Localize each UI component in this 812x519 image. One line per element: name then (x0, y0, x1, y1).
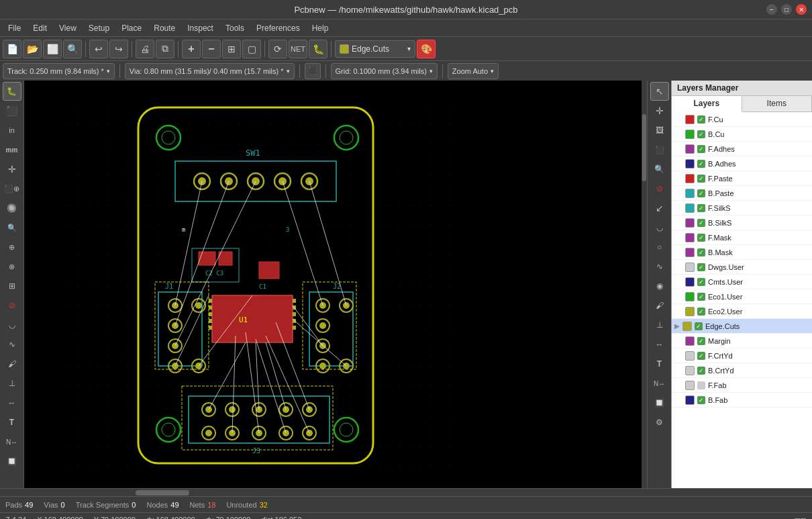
select2-button[interactable]: ⊕ (3, 238, 21, 256)
layer-visibility-check[interactable]: ✓ (697, 145, 705, 153)
layer-item[interactable]: ✓F.Paste (672, 171, 812, 186)
component-button[interactable]: ⬜ (43, 40, 62, 58)
layer-item[interactable]: ✓Cmts.User (672, 275, 812, 289)
layer-visibility-check[interactable]: ✓ (697, 293, 705, 301)
paint-right-button[interactable]: 🖌 (650, 296, 669, 315)
layer-visibility-check[interactable]: ✓ (697, 160, 705, 168)
layer-item[interactable]: ✓B.SilkS (672, 216, 812, 230)
text-btn[interactable]: T (3, 413, 21, 432)
layer-visibility-check[interactable] (697, 381, 705, 389)
layer-visibility-check[interactable]: ✓ (697, 278, 705, 286)
mm-button[interactable]: mm (3, 140, 21, 159)
menu-file[interactable]: File (3, 22, 26, 34)
paint-btn[interactable]: 🖌 (3, 355, 21, 373)
layer-visibility-check[interactable]: ✓ (695, 322, 703, 330)
horizontal-scroll-thumb[interactable] (136, 490, 189, 496)
menu-tools[interactable]: Tools (220, 22, 250, 34)
no-entry-btn[interactable]: ⊘ (3, 296, 21, 315)
tab-layers[interactable]: Layers (672, 96, 742, 112)
bug-side-button[interactable]: 🐛 (3, 82, 21, 101)
vertical-scroll-thumb[interactable] (642, 114, 646, 181)
layer-item[interactable]: ✓Dwgs.User (672, 260, 812, 275)
add-footprint-button[interactable]: ⬛ (3, 101, 21, 120)
layer-visibility-check[interactable]: ✓ (697, 367, 705, 375)
vertical-scrollbar[interactable] (642, 81, 647, 488)
zoom-circle-button[interactable]: 🔘 (3, 199, 21, 218)
layer-item[interactable]: ✓B.Mask (672, 245, 812, 260)
eye-button[interactable]: ◉ (650, 277, 669, 295)
track-dropdown[interactable]: Track: 0.250 mm (9.84 mils) * ▾ (3, 63, 115, 79)
layer-item[interactable]: ✓B.Adhes (672, 156, 812, 171)
zoom-out-button[interactable]: − (202, 40, 221, 58)
layer-item[interactable]: ✓F.SilkS (672, 201, 812, 216)
ref-btn[interactable]: N↔ (3, 432, 21, 451)
new-button[interactable]: 📄 (3, 40, 21, 58)
arc-right-button[interactable]: ◡ (650, 218, 669, 237)
ref-right-button[interactable]: N↔ (650, 374, 669, 393)
horizontal-scrollbar[interactable] (0, 488, 812, 496)
layer-item[interactable]: ✓F.Cu (672, 112, 812, 127)
tab-items[interactable]: Items (742, 96, 813, 111)
select3-button[interactable]: ⊗ (3, 257, 21, 276)
gear-button[interactable]: ⚙ (650, 413, 669, 432)
layer-item[interactable]: ▶✓Edge.Cuts (672, 319, 812, 334)
layer-visibility-check[interactable]: ✓ (697, 175, 705, 183)
layer-item[interactable]: F.Fab (672, 378, 812, 393)
route-button[interactable]: ↙ (650, 199, 669, 218)
layer-item[interactable]: ✓F.CrtYd (672, 348, 812, 363)
via-dropdown[interactable]: Via: 0.80 mm (31.5 mils)/ 0.40 mm (15.7 … (125, 63, 295, 79)
redo-button[interactable]: ↪ (109, 40, 128, 58)
zoom-in-button[interactable]: + (182, 40, 201, 58)
menu-preferences[interactable]: Preferences (251, 22, 305, 34)
menu-view[interactable]: View (54, 22, 82, 34)
no-entry-button[interactable]: ⊘ (650, 179, 669, 198)
layer-visibility-check[interactable]: ✓ (697, 308, 705, 316)
layer-visibility-check[interactable]: ✓ (697, 130, 705, 138)
zoom-select-button[interactable]: 🔍 (650, 160, 669, 179)
minimize-button[interactable]: − (766, 4, 777, 15)
layer-item[interactable]: ✓F.Mask (672, 230, 812, 245)
print-button[interactable]: 🖨 (136, 40, 154, 58)
bug-button[interactable]: 🐛 (309, 40, 327, 58)
zoom-area-button[interactable]: ▢ (242, 40, 261, 58)
menu-inspect[interactable]: Inspect (182, 22, 219, 34)
weld-btn[interactable]: ⊥ (3, 374, 21, 393)
menu-edit[interactable]: Edit (28, 22, 52, 34)
menu-help[interactable]: Help (307, 22, 334, 34)
zoom-dropdown[interactable]: Zoom Auto ▾ (448, 63, 499, 79)
menu-setup[interactable]: Setup (83, 22, 115, 34)
layer-right-button[interactable]: 🔲 (650, 393, 669, 412)
layer-item[interactable]: ✓B.Cu (672, 127, 812, 142)
component-add-button[interactable]: ⬛⊕ (3, 179, 21, 198)
image-button[interactable]: 🖼 (650, 121, 669, 140)
layer-item[interactable]: ✓B.Paste (672, 186, 812, 201)
layers-btn[interactable]: 🔲 (3, 452, 21, 471)
wave-button[interactable]: ∿ (650, 257, 669, 276)
grid-dropdown[interactable]: Grid: 0.1000 mm (3.94 mils) ▾ (331, 63, 438, 79)
text-right-button[interactable]: T (650, 355, 669, 373)
layer-visibility-check[interactable]: ✓ (697, 263, 705, 271)
layer-visibility-check[interactable]: ✓ (697, 248, 705, 256)
layer-item[interactable]: ✓F.Adhes (672, 142, 812, 156)
layer-visibility-check[interactable]: ✓ (697, 219, 705, 227)
net-button[interactable]: NET (289, 40, 307, 58)
select-tool-button[interactable]: ↖ (650, 82, 669, 101)
menu-place[interactable]: Place (116, 22, 147, 34)
circle-button[interactable]: ○ (650, 238, 669, 256)
measure-right-button[interactable]: ↔ (650, 335, 669, 354)
layer-visibility-check[interactable]: ✓ (697, 115, 705, 124)
layer-dropdown[interactable]: Edge.Cuts ▾ (335, 40, 415, 58)
layer-visibility-check[interactable]: ✓ (697, 352, 705, 360)
layer-item[interactable]: ✓B.Fab (672, 393, 812, 408)
refresh-button[interactable]: ⟳ (268, 40, 287, 58)
highlight-button[interactable]: 🔍 (3, 218, 21, 237)
copy-button[interactable]: ⧉ (156, 40, 174, 58)
zoom-fit-button[interactable]: ⊞ (222, 40, 241, 58)
layer-visibility-check[interactable]: ✓ (697, 396, 705, 404)
components-button[interactable]: ⬛ (650, 140, 669, 159)
canvas-area[interactable]: SW1 C2 C3 C1 U1 J1 (24, 81, 647, 488)
layer-item[interactable]: ✓Eco2.User (672, 304, 812, 319)
layer-visibility-check[interactable]: ✓ (697, 189, 705, 197)
layer-item[interactable]: ✓Eco1.User (672, 289, 812, 304)
move-button[interactable]: ✛ (3, 160, 21, 179)
